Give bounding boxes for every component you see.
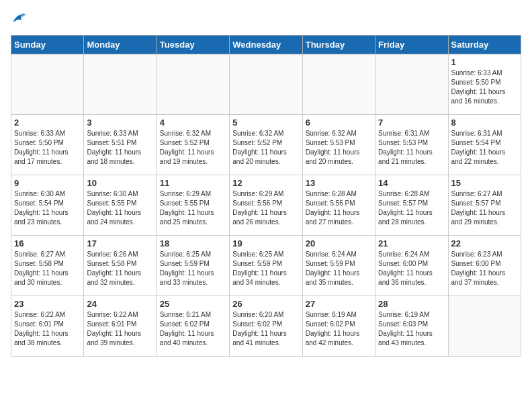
- day-cell: [230, 54, 302, 115]
- day-info: Sunrise: 6:23 AM Sunset: 6:00 PM Dayligh…: [451, 250, 518, 287]
- page-header: [11, 11, 521, 30]
- day-cell: 14Sunrise: 6:28 AM Sunset: 5:57 PM Dayli…: [375, 175, 448, 236]
- day-info: Sunrise: 6:32 AM Sunset: 5:52 PM Dayligh…: [160, 129, 226, 167]
- weekday-header-friday: Friday: [375, 36, 448, 54]
- day-number: 8: [451, 118, 518, 128]
- day-cell: 9Sunrise: 6:30 AM Sunset: 5:54 PM Daylig…: [11, 175, 84, 236]
- day-number: 24: [87, 299, 153, 309]
- day-info: Sunrise: 6:28 AM Sunset: 5:56 PM Dayligh…: [306, 189, 372, 227]
- day-cell: [302, 54, 375, 115]
- day-info: Sunrise: 6:19 AM Sunset: 6:02 PM Dayligh…: [306, 310, 372, 348]
- day-info: Sunrise: 6:33 AM Sunset: 5:51 PM Dayligh…: [87, 129, 153, 167]
- day-number: 28: [378, 299, 445, 309]
- day-number: 16: [14, 238, 81, 248]
- weekday-header-row: SundayMondayTuesdayWednesdayThursdayFrid…: [11, 36, 521, 54]
- day-info: Sunrise: 6:33 AM Sunset: 5:50 PM Dayligh…: [451, 68, 518, 106]
- day-number: 7: [378, 118, 445, 128]
- day-cell: 12Sunrise: 6:29 AM Sunset: 5:56 PM Dayli…: [230, 175, 302, 236]
- day-info: Sunrise: 6:19 AM Sunset: 6:03 PM Dayligh…: [378, 310, 445, 348]
- weekday-header-thursday: Thursday: [302, 36, 375, 54]
- day-number: 17: [87, 238, 153, 248]
- day-info: Sunrise: 6:33 AM Sunset: 5:50 PM Dayligh…: [14, 129, 81, 167]
- weekday-header-monday: Monday: [84, 36, 157, 54]
- week-row-2: 2Sunrise: 6:33 AM Sunset: 5:50 PM Daylig…: [11, 115, 521, 175]
- day-number: 2: [14, 118, 81, 128]
- day-info: Sunrise: 6:29 AM Sunset: 5:55 PM Dayligh…: [160, 189, 226, 227]
- weekday-header-tuesday: Tuesday: [157, 36, 229, 54]
- day-info: Sunrise: 6:31 AM Sunset: 5:54 PM Dayligh…: [451, 129, 518, 167]
- day-number: 23: [14, 299, 81, 309]
- day-cell: 5Sunrise: 6:32 AM Sunset: 5:52 PM Daylig…: [230, 115, 302, 175]
- day-info: Sunrise: 6:31 AM Sunset: 5:53 PM Dayligh…: [378, 129, 445, 167]
- logo-icon: [11, 11, 27, 30]
- weekday-header-wednesday: Wednesday: [230, 36, 302, 54]
- day-cell: 24Sunrise: 6:22 AM Sunset: 6:01 PM Dayli…: [84, 296, 157, 357]
- day-info: Sunrise: 6:22 AM Sunset: 6:01 PM Dayligh…: [87, 310, 153, 348]
- day-info: Sunrise: 6:25 AM Sunset: 5:59 PM Dayligh…: [232, 250, 299, 287]
- day-info: Sunrise: 6:30 AM Sunset: 5:55 PM Dayligh…: [87, 189, 153, 227]
- day-cell: 8Sunrise: 6:31 AM Sunset: 5:54 PM Daylig…: [448, 115, 521, 175]
- day-cell: 25Sunrise: 6:21 AM Sunset: 6:02 PM Dayli…: [157, 296, 229, 357]
- week-row-1: 1Sunrise: 6:33 AM Sunset: 5:50 PM Daylig…: [11, 54, 521, 115]
- day-number: 1: [451, 57, 518, 67]
- day-number: 13: [306, 178, 372, 188]
- day-info: Sunrise: 6:21 AM Sunset: 6:02 PM Dayligh…: [160, 310, 226, 348]
- day-number: 14: [378, 178, 445, 188]
- day-info: Sunrise: 6:27 AM Sunset: 5:57 PM Dayligh…: [451, 189, 518, 227]
- day-info: Sunrise: 6:22 AM Sunset: 6:01 PM Dayligh…: [14, 310, 81, 348]
- day-cell: 21Sunrise: 6:24 AM Sunset: 6:00 PM Dayli…: [375, 236, 448, 296]
- day-info: Sunrise: 6:24 AM Sunset: 5:59 PM Dayligh…: [306, 250, 372, 287]
- day-cell: 18Sunrise: 6:25 AM Sunset: 5:59 PM Dayli…: [157, 236, 229, 296]
- day-number: 12: [232, 178, 299, 188]
- day-cell: [375, 54, 448, 115]
- day-cell: 11Sunrise: 6:29 AM Sunset: 5:55 PM Dayli…: [157, 175, 229, 236]
- day-number: 3: [87, 118, 153, 128]
- day-number: 5: [232, 118, 299, 128]
- day-number: 21: [378, 238, 445, 248]
- day-cell: [11, 54, 84, 115]
- calendar-table: SundayMondayTuesdayWednesdayThursdayFrid…: [11, 35, 521, 357]
- day-number: 11: [160, 178, 226, 188]
- day-cell: 15Sunrise: 6:27 AM Sunset: 5:57 PM Dayli…: [448, 175, 521, 236]
- week-row-4: 16Sunrise: 6:27 AM Sunset: 5:58 PM Dayli…: [11, 236, 521, 296]
- day-number: 6: [306, 118, 372, 128]
- day-number: 25: [160, 299, 226, 309]
- day-cell: 13Sunrise: 6:28 AM Sunset: 5:56 PM Dayli…: [302, 175, 375, 236]
- logo: [11, 11, 30, 30]
- day-info: Sunrise: 6:27 AM Sunset: 5:58 PM Dayligh…: [14, 250, 81, 287]
- day-cell: 22Sunrise: 6:23 AM Sunset: 6:00 PM Dayli…: [448, 236, 521, 296]
- day-number: 26: [232, 299, 299, 309]
- day-cell: 7Sunrise: 6:31 AM Sunset: 5:53 PM Daylig…: [375, 115, 448, 175]
- day-number: 4: [160, 118, 226, 128]
- day-info: Sunrise: 6:24 AM Sunset: 6:00 PM Dayligh…: [378, 250, 445, 287]
- day-cell: 2Sunrise: 6:33 AM Sunset: 5:50 PM Daylig…: [11, 115, 84, 175]
- day-cell: [157, 54, 229, 115]
- day-cell: 17Sunrise: 6:26 AM Sunset: 5:58 PM Dayli…: [84, 236, 157, 296]
- day-number: 18: [160, 238, 226, 248]
- day-cell: [84, 54, 157, 115]
- day-cell: 20Sunrise: 6:24 AM Sunset: 5:59 PM Dayli…: [302, 236, 375, 296]
- day-cell: 4Sunrise: 6:32 AM Sunset: 5:52 PM Daylig…: [157, 115, 229, 175]
- day-cell: 1Sunrise: 6:33 AM Sunset: 5:50 PM Daylig…: [448, 54, 521, 115]
- week-row-3: 9Sunrise: 6:30 AM Sunset: 5:54 PM Daylig…: [11, 175, 521, 236]
- day-number: 27: [306, 299, 372, 309]
- day-cell: 3Sunrise: 6:33 AM Sunset: 5:51 PM Daylig…: [84, 115, 157, 175]
- day-cell: 26Sunrise: 6:20 AM Sunset: 6:02 PM Dayli…: [230, 296, 302, 357]
- day-cell: 6Sunrise: 6:32 AM Sunset: 5:53 PM Daylig…: [302, 115, 375, 175]
- day-cell: 27Sunrise: 6:19 AM Sunset: 6:02 PM Dayli…: [302, 296, 375, 357]
- day-cell: [448, 296, 521, 357]
- day-number: 15: [451, 178, 518, 188]
- day-info: Sunrise: 6:26 AM Sunset: 5:58 PM Dayligh…: [87, 250, 153, 287]
- day-info: Sunrise: 6:32 AM Sunset: 5:53 PM Dayligh…: [306, 129, 372, 167]
- day-info: Sunrise: 6:28 AM Sunset: 5:57 PM Dayligh…: [378, 189, 445, 227]
- weekday-header-saturday: Saturday: [448, 36, 521, 54]
- day-number: 22: [451, 238, 518, 248]
- day-number: 10: [87, 178, 153, 188]
- day-info: Sunrise: 6:20 AM Sunset: 6:02 PM Dayligh…: [232, 310, 299, 348]
- day-number: 9: [14, 178, 81, 188]
- day-cell: 10Sunrise: 6:30 AM Sunset: 5:55 PM Dayli…: [84, 175, 157, 236]
- week-row-5: 23Sunrise: 6:22 AM Sunset: 6:01 PM Dayli…: [11, 296, 521, 357]
- day-info: Sunrise: 6:30 AM Sunset: 5:54 PM Dayligh…: [14, 189, 81, 227]
- day-info: Sunrise: 6:32 AM Sunset: 5:52 PM Dayligh…: [232, 129, 299, 167]
- day-cell: 28Sunrise: 6:19 AM Sunset: 6:03 PM Dayli…: [375, 296, 448, 357]
